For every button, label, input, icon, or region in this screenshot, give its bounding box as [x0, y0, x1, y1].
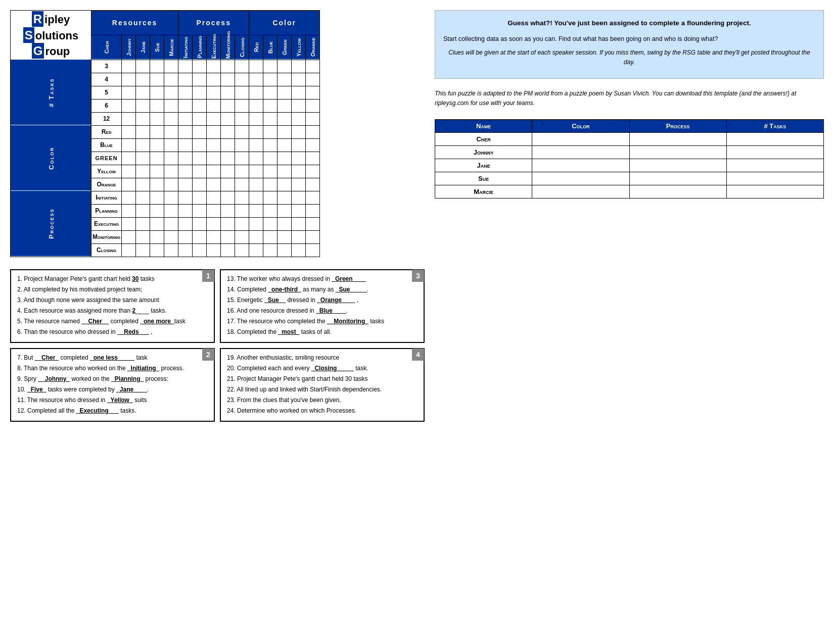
summary-table: Name Color Process # Tasks Cher Johnny [435, 119, 824, 199]
cell [207, 204, 221, 217]
cell [150, 138, 164, 152]
summary-name-jane: Jane [435, 159, 532, 172]
cell [122, 138, 136, 152]
clue-3-6: 18. Completed the _most_ tasks of all. [227, 327, 418, 336]
cell [263, 99, 277, 112]
cell [193, 217, 207, 230]
cell [263, 217, 277, 230]
cell [207, 60, 221, 73]
cell [150, 230, 164, 243]
cell [263, 243, 277, 257]
cell [164, 178, 178, 191]
clue-3-5: 17. The resource who completed the __Mon… [227, 317, 418, 326]
cell [136, 217, 150, 230]
clue-number-2: 2 [202, 349, 214, 361]
cell [207, 165, 221, 178]
clue-4-3: 21. Project Manager Pete's gantt chart h… [227, 374, 418, 383]
logo-r: R [32, 11, 43, 27]
summary-header-tasks: # Tasks [726, 120, 823, 133]
cell [136, 165, 150, 178]
cell [122, 152, 136, 165]
cell [306, 60, 320, 73]
clue-2-2: 8. Than the resource who worked on the _… [17, 364, 208, 373]
clue-3-1: 13. The worker who always dressed in _Gr… [227, 274, 418, 283]
cell [221, 112, 235, 125]
summary-name-marcie: Marcie [435, 185, 532, 199]
cell [221, 204, 235, 217]
col-header-red: Red [249, 35, 263, 60]
cell [178, 86, 193, 99]
summary-color-cher [532, 133, 629, 146]
clue-1-2: 2. All completed by his motivated projec… [17, 285, 208, 294]
col-header-green: Green [277, 35, 292, 60]
clue-number-3: 3 [412, 270, 424, 282]
cell [122, 73, 136, 86]
cell [150, 243, 164, 257]
cell [178, 138, 193, 152]
cell [136, 73, 150, 86]
cell-proc-init [193, 191, 207, 204]
cell [249, 217, 263, 230]
cell [235, 178, 249, 191]
cell [221, 86, 235, 99]
cell [207, 243, 221, 257]
cell [292, 99, 306, 112]
cell [164, 204, 178, 217]
cell [207, 112, 221, 125]
cell [235, 217, 249, 230]
cell [150, 125, 164, 138]
cell [249, 204, 263, 217]
clue-1-4: 4. Each resource was assigned more than … [17, 306, 208, 315]
cell [292, 152, 306, 165]
cell [221, 165, 235, 178]
cell [292, 165, 306, 178]
cell [150, 112, 164, 125]
cell [150, 60, 164, 73]
row-closing: Closing [91, 243, 122, 257]
cell [306, 73, 320, 86]
cell [136, 204, 150, 217]
clue-2-5: 11. The resource who dressed in _Yellow_… [17, 395, 208, 405]
cell [263, 138, 277, 152]
cell [122, 204, 136, 217]
cell [122, 99, 136, 112]
cell [221, 230, 235, 243]
cell [193, 178, 207, 191]
cell [136, 191, 150, 204]
cell [178, 112, 193, 125]
cell-red-red [249, 125, 263, 138]
col-header-johnny: Johnny [122, 35, 136, 60]
cell [193, 73, 207, 86]
cell [164, 112, 178, 125]
cell [207, 73, 221, 86]
clue-2-3: 9. Spry __Johnny_ worked on the _Plannin… [17, 374, 208, 383]
row-monitoring: Monitoring [91, 230, 122, 243]
cell [306, 204, 320, 217]
summary-tasks-cher [726, 133, 823, 146]
cell [306, 230, 320, 243]
color-header: Color [249, 11, 320, 35]
cell [221, 60, 235, 73]
cell [306, 86, 320, 99]
row-green: green [91, 152, 122, 165]
cell [178, 217, 193, 230]
logo-line3: roup [45, 45, 70, 58]
cell [221, 125, 235, 138]
resources-header: Resources [91, 11, 178, 35]
cell [249, 191, 263, 204]
cell [164, 230, 178, 243]
cell [122, 165, 136, 178]
cell [263, 112, 277, 125]
cell [164, 243, 178, 257]
summary-row-jane: Jane [435, 159, 824, 172]
cell [164, 165, 178, 178]
cell [249, 138, 263, 152]
summary-color-jane [532, 159, 629, 172]
cell [122, 243, 136, 257]
summary-row-johnny: Johnny [435, 146, 824, 159]
cell [207, 86, 221, 99]
cell [136, 230, 150, 243]
cell [193, 60, 207, 73]
col-header-sue: Sue [150, 35, 164, 60]
cell [164, 152, 178, 165]
